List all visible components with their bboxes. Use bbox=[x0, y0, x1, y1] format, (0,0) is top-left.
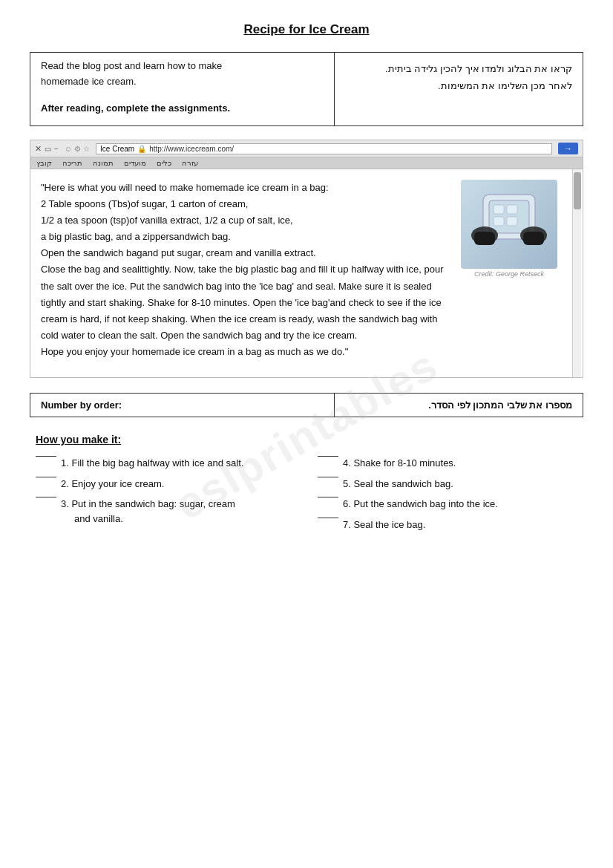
step-text-6: 6. Put the sandwich bag into the ice. bbox=[343, 497, 498, 512]
browser-nav-bar: עזרה כלים מועדים תמונה תריכה קובץ bbox=[30, 157, 583, 169]
step-blank-5[interactable] bbox=[318, 477, 338, 477]
step-item-4: 4. Shake for 8-10 minutes. bbox=[318, 456, 577, 471]
nav-item-image[interactable]: תמונה bbox=[93, 159, 114, 167]
step-text-4: 4. Shake for 8-10 minutes. bbox=[343, 456, 456, 471]
step-item-5: 5. Seal the sandwich bag. bbox=[318, 477, 577, 492]
steps-grid: 1. Fill the big bag halfway with ice and… bbox=[36, 456, 577, 538]
page-title: Recipe for Ice Cream bbox=[30, 22, 583, 37]
tab-label: Ice Cream bbox=[100, 145, 134, 153]
step-item-3: 3. Put in the sandwich bag: sugar, cream… bbox=[36, 497, 295, 526]
how-section: How you make it: 1. Fill the big bag hal… bbox=[30, 434, 583, 538]
step-blank-7[interactable] bbox=[318, 518, 338, 518]
intro-line1: Read the blog post and learn how to make bbox=[41, 60, 324, 71]
browser-icons: ☺ ⚙ ☆ bbox=[65, 145, 90, 153]
step-item-2: 2. Enjoy your ice cream. bbox=[36, 477, 295, 492]
intro-hebrew-line1: קראו את הבלוג ולמדו איך להכין גלידה ביתי… bbox=[345, 60, 572, 77]
nav-item-edit[interactable]: תריכה bbox=[62, 159, 82, 167]
order-table: Number by order: מספרו את שלבי המתכון לפ… bbox=[30, 393, 583, 417]
article-line-step5: cream is hard, if not keep shaking. When… bbox=[41, 311, 557, 327]
svg-rect-7 bbox=[474, 232, 495, 245]
intro-hebrew-line2: לאחר מכן השלימו את המשימות. bbox=[345, 77, 572, 94]
article-line-step6: cold water to clean the salt. Open the s… bbox=[41, 327, 557, 344]
nav-item-file[interactable]: קובץ bbox=[36, 159, 52, 167]
step-blank-1[interactable] bbox=[36, 456, 56, 457]
svg-rect-9 bbox=[523, 232, 544, 245]
article-line-step4: tightly and start shaking. Shake for 8-1… bbox=[41, 295, 557, 311]
image-credit: Credit: George Retseck bbox=[461, 269, 557, 280]
step-text-2: 2. Enjoy your ice cream. bbox=[61, 477, 164, 492]
url-text: http://www.icecream.com/ bbox=[149, 145, 234, 153]
how-section-title: How you make it: bbox=[36, 434, 577, 446]
browser-window: ✕ ▭ − ☺ ⚙ ☆ Ice Cream 🔒 http://www.icecr… bbox=[30, 140, 583, 378]
svg-rect-2 bbox=[494, 205, 504, 214]
step-blank-4[interactable] bbox=[318, 456, 338, 457]
browser-close-btn[interactable]: ✕ bbox=[35, 144, 42, 154]
article-body: Credit: George Retseck "Here is what you… bbox=[41, 180, 572, 360]
ice-cream-image: Credit: George Retseck bbox=[461, 180, 557, 276]
ice-bag-illustration bbox=[461, 180, 557, 269]
browser-title-bar: ✕ ▭ − ☺ ⚙ ☆ Ice Cream 🔒 http://www.icecr… bbox=[30, 140, 583, 157]
step-item-6: 6. Put the sandwich bag into the ice. bbox=[318, 497, 577, 512]
svg-rect-4 bbox=[494, 217, 504, 226]
nav-item-help[interactable]: עזרה bbox=[182, 159, 198, 167]
intro-right-cell: קראו את הבלוג ולמדו איך להכין גלידה ביתי… bbox=[334, 53, 583, 126]
browser-min-btn[interactable]: − bbox=[54, 145, 59, 153]
step-text-1: 1. Fill the big bag halfway with ice and… bbox=[61, 456, 243, 471]
steps-right-col: 4. Shake for 8-10 minutes. 5. Seal the s… bbox=[318, 456, 577, 538]
order-left-cell: Number by order: bbox=[30, 394, 335, 417]
browser-go-button[interactable]: → bbox=[558, 143, 578, 154]
step-item-7: 7. Seal the ice bag. bbox=[318, 518, 577, 532]
intro-table: Read the blog post and learn how to make… bbox=[30, 52, 583, 126]
nav-item-favs[interactable]: מועדים bbox=[124, 159, 146, 167]
step-text-5: 5. Seal the sandwich bag. bbox=[343, 477, 453, 492]
article-line-ending: Hope you enjoy your homemade ice cream i… bbox=[41, 344, 557, 360]
step-text-7: 7. Seal the ice bag. bbox=[343, 518, 425, 532]
order-right-cell: מספרו את שלבי המתכון לפי הסדר. bbox=[334, 394, 583, 417]
step-blank-3[interactable] bbox=[36, 497, 56, 497]
nav-item-tools[interactable]: כלים bbox=[157, 159, 171, 167]
scrollbar-thumb[interactable] bbox=[574, 172, 581, 209]
intro-line3: After reading, complete the assignments. bbox=[41, 102, 324, 114]
browser-content-area: Credit: George Retseck "Here is what you… bbox=[30, 169, 583, 377]
article-line-step3: the salt over the ice. Put the sandwich … bbox=[41, 278, 557, 295]
browser-icon2: ⚙ bbox=[74, 145, 81, 153]
browser-icon3: ☆ bbox=[83, 145, 90, 153]
svg-rect-3 bbox=[507, 205, 517, 214]
browser-max-btn[interactable]: ▭ bbox=[45, 145, 51, 153]
scrollbar[interactable] bbox=[572, 169, 581, 377]
address-bar[interactable]: Ice Cream 🔒 http://www.icecream.com/ bbox=[96, 143, 552, 154]
step-item-1: 1. Fill the big bag halfway with ice and… bbox=[36, 456, 295, 471]
step-blank-2[interactable] bbox=[36, 477, 56, 477]
step-text-3: 3. Put in the sandwich bag: sugar, cream… bbox=[61, 497, 235, 526]
svg-rect-5 bbox=[507, 217, 517, 226]
intro-line2: homemade ice cream. bbox=[41, 76, 324, 87]
browser-icon1: ☺ bbox=[65, 145, 72, 153]
address-icon: 🔒 bbox=[137, 145, 146, 153]
steps-left-col: 1. Fill the big bag halfway with ice and… bbox=[36, 456, 295, 538]
intro-left-cell: Read the blog post and learn how to make… bbox=[30, 53, 335, 126]
step-blank-6[interactable] bbox=[318, 497, 338, 497]
